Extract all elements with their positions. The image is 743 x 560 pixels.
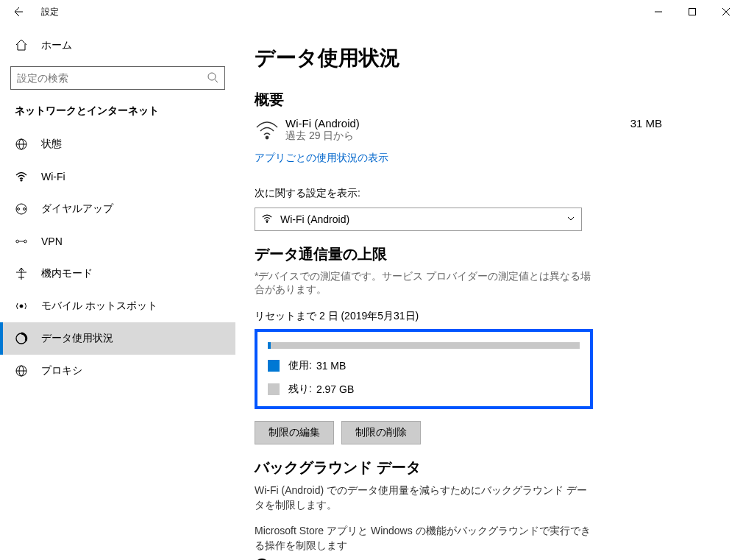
remain-swatch (268, 383, 280, 395)
search-input[interactable] (17, 72, 207, 84)
sidebar-item-label: VPN (41, 235, 63, 247)
sidebar-item-label: 状態 (41, 138, 62, 151)
wifi-small-icon (261, 213, 273, 227)
sidebar-home-label: ホーム (41, 39, 72, 52)
sidebar-item-wifi[interactable]: Wi-Fi (0, 160, 235, 193)
dropdown-value: Wi-Fi (Android) (280, 213, 559, 225)
sidebar-item-airplane[interactable]: 機内モード (0, 258, 235, 290)
overview-row: Wi-Fi (Android) 過去 29 日から 31 MB (255, 117, 714, 143)
svg-point-9 (21, 180, 22, 181)
delete-limit-button[interactable]: 制限の削除 (341, 421, 421, 444)
svg-point-11 (18, 208, 20, 210)
sidebar-item-label: Wi-Fi (41, 171, 65, 182)
back-button[interactable] (6, 0, 29, 24)
proxy-icon (15, 364, 28, 378)
svg-point-4 (208, 73, 216, 80)
svg-point-10 (16, 204, 26, 214)
show-for-label: 次に関する設定を表示: (255, 187, 714, 200)
minimize-button[interactable] (641, 0, 675, 24)
used-swatch (268, 360, 280, 372)
sidebar-item-dialup[interactable]: ダイヤルアップ (0, 193, 235, 225)
legend-remain: 残り: 2.97 GB (268, 383, 580, 396)
remain-label: 残り: (288, 383, 312, 396)
sidebar-item-label: 機内モード (41, 267, 93, 280)
search-icon (207, 71, 218, 85)
sidebar-item-label: プロキシ (41, 364, 82, 378)
wifi-large-icon (255, 117, 280, 142)
sidebar-item-vpn[interactable]: VPN (0, 225, 235, 258)
title-bar: 設定 (0, 0, 743, 24)
overview-amount: 31 MB (630, 117, 714, 130)
svg-point-21 (266, 136, 268, 138)
airplane-icon (15, 267, 28, 280)
home-icon (15, 38, 28, 54)
background-desc2: Microsoft Store アプリと Windows の機能がバックグラウン… (255, 524, 593, 553)
svg-point-13 (16, 240, 19, 243)
usage-bar-fill (268, 342, 271, 349)
data-usage-icon (15, 332, 28, 345)
overview-iface: Wi-Fi (Android) (285, 117, 360, 130)
background-heading: バックグラウンド データ (255, 458, 714, 478)
svg-point-12 (24, 208, 26, 210)
usage-bar-track (268, 342, 580, 349)
svg-line-5 (215, 79, 218, 82)
sidebar-item-hotspot[interactable]: モバイル ホットスポット (0, 290, 235, 322)
used-label: 使用: (288, 359, 312, 372)
close-button[interactable] (709, 0, 743, 24)
remain-value: 2.97 GB (316, 383, 354, 395)
usage-highlight-box: 使用: 31 MB 残り: 2.97 GB (255, 329, 593, 409)
hotspot-icon (15, 300, 28, 313)
legend-used: 使用: 31 MB (268, 359, 580, 372)
sidebar-home[interactable]: ホーム (0, 29, 235, 62)
background-desc1: Wi-Fi (Android) でのデータ使用量を減らすためにバックグラウンド … (255, 483, 593, 512)
search-box[interactable] (10, 66, 225, 90)
svg-point-22 (266, 221, 268, 222)
limit-heading: データ通信量の上限 (255, 244, 714, 264)
limit-note: *デバイスでの測定値です。サービス プロバイダーの測定値とは異なる場合があります… (255, 270, 593, 297)
sidebar-item-status[interactable]: 状態 (0, 128, 235, 160)
window-title: 設定 (41, 6, 59, 18)
sidebar-item-label: モバイル ホットスポット (41, 300, 157, 313)
sidebar-item-proxy[interactable]: プロキシ (0, 355, 235, 387)
wifi-icon (15, 170, 28, 183)
overview-heading: 概要 (255, 90, 714, 110)
svg-rect-1 (689, 9, 696, 15)
edit-limit-button[interactable]: 制限の編集 (255, 421, 334, 444)
svg-point-14 (24, 240, 27, 243)
vpn-icon (15, 235, 28, 248)
interface-dropdown[interactable]: Wi-Fi (Android) (255, 208, 582, 231)
per-app-usage-link[interactable]: アプリごとの使用状況の表示 (255, 152, 388, 165)
content-pane: データ使用状況 概要 Wi-Fi (Android) 過去 29 日から 31 … (235, 24, 743, 560)
sidebar-item-data-usage[interactable]: データ使用状況 (0, 322, 235, 355)
page-title: データ使用状況 (255, 44, 714, 72)
globe-net-icon (15, 138, 28, 151)
svg-point-16 (20, 305, 23, 308)
dialup-icon (15, 202, 28, 216)
limit-reset: リセットまで 2 日 (2019年5月31日) (255, 310, 714, 323)
sidebar: ホーム ネットワークとインターネット 状態 Wi-Fi (0, 24, 235, 560)
maximize-button[interactable] (675, 0, 709, 24)
sidebar-item-label: データ使用状況 (41, 332, 113, 345)
chevron-down-icon (566, 213, 575, 225)
overview-since: 過去 29 日から (285, 130, 360, 143)
sidebar-item-label: ダイヤルアップ (41, 202, 113, 216)
sidebar-group-header: ネットワークとインターネット (0, 102, 235, 128)
used-value: 31 MB (316, 360, 346, 372)
